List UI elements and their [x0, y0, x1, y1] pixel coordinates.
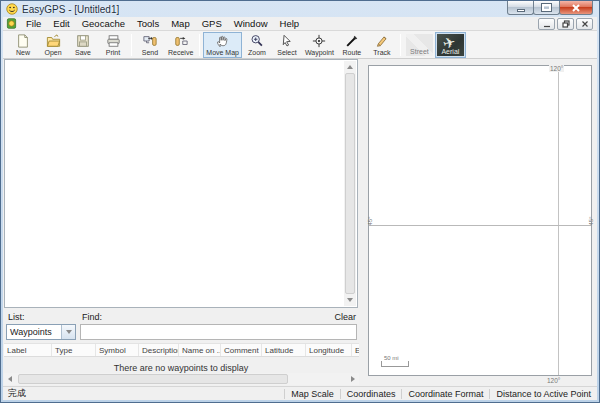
- waypoint-button[interactable]: Waypoint: [302, 32, 337, 58]
- close-button[interactable]: [559, 1, 593, 15]
- title-bar[interactable]: EasyGPS - [Untitled1]: [1, 1, 599, 17]
- column-header-symbol[interactable]: Symbol: [96, 344, 139, 356]
- minimize-icon: [517, 9, 525, 12]
- new-page-icon: [16, 34, 30, 49]
- mdi-restore-button[interactable]: [557, 18, 574, 30]
- waypoint-list-view[interactable]: [4, 59, 358, 308]
- menu-gps[interactable]: GPS: [196, 17, 228, 30]
- main-area: List: Find: Clear Waypoints Label Type S…: [3, 59, 597, 386]
- horizontal-scroll-thumb[interactable]: [18, 374, 288, 384]
- close-icon: [571, 3, 581, 13]
- column-header-latitude[interactable]: Latitude: [262, 344, 306, 356]
- status-bar: 完成 Map Scale Coordinates Coordinate Form…: [3, 386, 597, 400]
- status-distance-to-active-point[interactable]: Distance to Active Point: [489, 389, 597, 399]
- chevron-down-icon: [66, 330, 72, 334]
- scroll-left-arrow[interactable]: [4, 373, 16, 385]
- mdi-restore-icon: [562, 20, 570, 28]
- mdi-minimize-icon: [543, 20, 551, 28]
- easygps-window: EasyGPS - [Untitled1] File Edit Geocache…: [0, 0, 600, 403]
- find-input[interactable]: [80, 324, 357, 340]
- cursor-arrow-icon: [280, 34, 293, 49]
- printer-icon: [106, 34, 121, 49]
- status-coordinates[interactable]: Coordinates: [340, 389, 402, 399]
- new-button[interactable]: New: [8, 32, 38, 58]
- longitude-gridline: [558, 66, 559, 375]
- menu-edit[interactable]: Edit: [47, 17, 75, 30]
- list-type-dropdown[interactable]: Waypoints: [6, 324, 76, 340]
- toolbar: New Open Save Print Send Receive Move Ma…: [3, 31, 597, 59]
- dropdown-button[interactable]: [61, 325, 75, 339]
- window-title: EasyGPS - [Untitled1]: [22, 4, 119, 15]
- vertical-scroll-thumb[interactable]: [345, 73, 355, 294]
- toolbar-separator: [400, 34, 401, 56]
- receive-from-gps-icon: [173, 34, 189, 49]
- column-header-elevation[interactable]: Ele: [352, 344, 359, 356]
- vertical-scrollbar[interactable]: [344, 61, 356, 306]
- table-header: Label Type Symbol Description Name on ..…: [4, 343, 359, 357]
- scroll-right-arrow[interactable]: [347, 373, 359, 385]
- menu-map[interactable]: Map: [165, 17, 195, 30]
- minimize-button[interactable]: [507, 1, 534, 15]
- save-button[interactable]: Save: [68, 32, 98, 58]
- street-map-button[interactable]: Street: [404, 32, 435, 58]
- track-button[interactable]: Track: [367, 32, 397, 58]
- print-button[interactable]: Print: [98, 32, 128, 58]
- crosshair-icon: [312, 34, 326, 49]
- save-floppy-icon: [76, 34, 90, 49]
- zoom-button[interactable]: Zoom: [242, 32, 272, 58]
- select-button[interactable]: Select: [272, 32, 302, 58]
- column-header-label[interactable]: Label: [4, 344, 52, 356]
- receive-button[interactable]: Receive: [165, 32, 196, 58]
- send-to-gps-icon: [142, 34, 158, 49]
- send-button[interactable]: Send: [135, 32, 165, 58]
- status-coordinate-format[interactable]: Coordinate Format: [401, 389, 489, 399]
- status-message: 完成: [3, 387, 284, 400]
- list-label: List:: [8, 312, 25, 322]
- longitude-label-top: 120°: [549, 65, 564, 72]
- magnifier-plus-icon: [250, 34, 264, 49]
- empty-list-message: There are no waypoints to display: [3, 363, 359, 373]
- document-mdi-icon: [6, 18, 17, 29]
- map-scale-bar: 50 mi: [381, 361, 409, 367]
- menu-help[interactable]: Help: [274, 17, 306, 30]
- menu-file[interactable]: File: [20, 17, 47, 30]
- horizontal-scrollbar[interactable]: [4, 373, 359, 385]
- map-pane: 120° 120° 45° 45° 50 mi: [364, 59, 596, 386]
- aerial-map-button[interactable]: ✈ Aerial: [435, 32, 466, 58]
- map-scale-label: 50 mi: [384, 355, 399, 361]
- latitude-label-left: 45°: [367, 216, 373, 225]
- scroll-down-arrow[interactable]: [344, 294, 356, 306]
- column-header-type[interactable]: Type: [52, 344, 96, 356]
- find-label: Find:: [82, 312, 102, 322]
- move-map-button[interactable]: Move Map: [203, 32, 242, 58]
- street-map-icon: Street: [406, 34, 433, 56]
- menu-tools[interactable]: Tools: [131, 17, 165, 30]
- open-button[interactable]: Open: [38, 32, 68, 58]
- column-header-description[interactable]: Description: [139, 344, 179, 356]
- route-button[interactable]: Route: [337, 32, 367, 58]
- route-pen-icon: [345, 34, 359, 49]
- mdi-minimize-button[interactable]: [538, 18, 555, 30]
- column-header-longitude[interactable]: Longitude: [306, 344, 352, 356]
- hand-icon: [215, 34, 230, 49]
- status-map-scale[interactable]: Map Scale: [284, 389, 340, 399]
- scroll-up-arrow[interactable]: [344, 61, 356, 73]
- easygps-app-icon: [6, 3, 18, 15]
- mdi-close-icon: [581, 20, 589, 28]
- menu-geocache[interactable]: Geocache: [76, 17, 131, 30]
- map-canvas[interactable]: 120° 120° 45° 45° 50 mi: [368, 65, 592, 376]
- longitude-label-bottom: 120°: [547, 377, 560, 384]
- mdi-close-button[interactable]: [576, 18, 593, 30]
- clear-find-button[interactable]: Clear: [334, 312, 356, 322]
- latitude-label-right: 45°: [587, 216, 593, 225]
- column-header-comment[interactable]: Comment: [221, 344, 262, 356]
- menu-window[interactable]: Window: [228, 17, 274, 30]
- toolbar-separator: [199, 34, 200, 56]
- latitude-gridline: [369, 225, 591, 226]
- open-folder-icon: [46, 34, 61, 49]
- maximize-icon: [542, 4, 551, 11]
- maximize-button[interactable]: [533, 1, 560, 15]
- menu-bar: File Edit Geocache Tools Map GPS Window …: [3, 17, 597, 31]
- pencil-icon: [375, 34, 388, 49]
- column-header-name-on[interactable]: Name on ...: [179, 344, 221, 356]
